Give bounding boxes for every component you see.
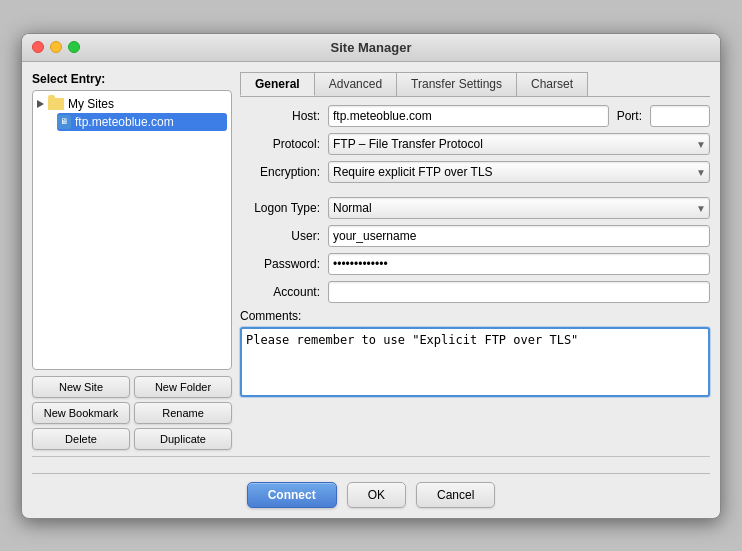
- tabs: General Advanced Transfer Settings Chars…: [240, 72, 710, 97]
- ok-button[interactable]: OK: [347, 482, 406, 508]
- tab-general[interactable]: General: [240, 72, 315, 96]
- protocol-row: Protocol: FTP – File Transfer Protocol S…: [240, 133, 710, 155]
- site-icon: 🖥: [57, 115, 71, 129]
- host-port-row: Port:: [328, 105, 710, 127]
- logon-type-label: Logon Type:: [240, 201, 320, 215]
- encryption-label: Encryption:: [240, 165, 320, 179]
- password-row: Password:: [240, 253, 710, 275]
- logon-type-select[interactable]: Normal Anonymous Ask for password Intera…: [328, 197, 710, 219]
- maximize-button[interactable]: [68, 41, 80, 53]
- port-input[interactable]: [650, 105, 710, 127]
- connect-button[interactable]: Connect: [247, 482, 337, 508]
- tree-site-label: ftp.meteoblue.com: [75, 115, 174, 129]
- minimize-button[interactable]: [50, 41, 62, 53]
- tree-root-item[interactable]: My Sites: [37, 95, 227, 113]
- account-label: Account:: [240, 285, 320, 299]
- port-label: Port:: [617, 109, 642, 123]
- window-controls: [32, 41, 80, 53]
- cancel-button[interactable]: Cancel: [416, 482, 495, 508]
- delete-button[interactable]: Delete: [32, 428, 130, 450]
- encryption-row: Encryption: Require explicit FTP over TL…: [240, 161, 710, 183]
- tab-transfer-settings[interactable]: Transfer Settings: [396, 72, 517, 96]
- logon-type-select-wrap: Normal Anonymous Ask for password Intera…: [328, 197, 710, 219]
- account-row: Account:: [240, 281, 710, 303]
- comments-section: Comments: Please remember to use "Explic…: [240, 309, 710, 400]
- tree-root-label: My Sites: [68, 97, 114, 111]
- comments-label: Comments:: [240, 309, 710, 323]
- left-panel: Select Entry: My Sites 🖥 ftp.meteoblue.c…: [32, 72, 232, 450]
- protocol-label: Protocol:: [240, 137, 320, 151]
- account-input[interactable]: [328, 281, 710, 303]
- tree-child-container: 🖥 ftp.meteoblue.com: [57, 113, 227, 131]
- content-area: Select Entry: My Sites 🖥 ftp.meteoblue.c…: [22, 62, 720, 518]
- divider: [32, 456, 710, 457]
- password-input[interactable]: [328, 253, 710, 275]
- host-label: Host:: [240, 109, 320, 123]
- site-manager-window: Site Manager Select Entry: My Sites 🖥 ft: [21, 33, 721, 519]
- user-input[interactable]: [328, 225, 710, 247]
- logon-type-row: Logon Type: Normal Anonymous Ask for pas…: [240, 197, 710, 219]
- titlebar: Site Manager: [22, 34, 720, 62]
- folder-icon: [48, 98, 64, 110]
- user-row: User:: [240, 225, 710, 247]
- host-input[interactable]: [328, 105, 609, 127]
- new-site-button[interactable]: New Site: [32, 376, 130, 398]
- select-entry-label: Select Entry:: [32, 72, 232, 86]
- protocol-select-wrap: FTP – File Transfer Protocol SFTP FTPS ▼: [328, 133, 710, 155]
- user-label: User:: [240, 229, 320, 243]
- tab-charset[interactable]: Charset: [516, 72, 588, 96]
- new-folder-button[interactable]: New Folder: [134, 376, 232, 398]
- encryption-select[interactable]: Require explicit FTP over TLS Plain FTP …: [328, 161, 710, 183]
- comments-textarea[interactable]: Please remember to use "Explicit FTP ove…: [240, 327, 710, 397]
- tab-advanced[interactable]: Advanced: [314, 72, 397, 96]
- close-button[interactable]: [32, 41, 44, 53]
- tree-site-item[interactable]: 🖥 ftp.meteoblue.com: [57, 113, 227, 131]
- protocol-select[interactable]: FTP – File Transfer Protocol SFTP FTPS: [328, 133, 710, 155]
- bottom-bar: Connect OK Cancel: [32, 473, 710, 508]
- new-bookmark-button[interactable]: New Bookmark: [32, 402, 130, 424]
- duplicate-button[interactable]: Duplicate: [134, 428, 232, 450]
- encryption-select-wrap: Require explicit FTP over TLS Plain FTP …: [328, 161, 710, 183]
- left-buttons: New Site New Folder New Bookmark Rename …: [32, 376, 232, 450]
- rename-button[interactable]: Rename: [134, 402, 232, 424]
- window-title: Site Manager: [331, 40, 412, 55]
- password-label: Password:: [240, 257, 320, 271]
- right-panel: General Advanced Transfer Settings Chars…: [240, 72, 710, 450]
- site-tree[interactable]: My Sites 🖥 ftp.meteoblue.com: [32, 90, 232, 370]
- host-row: Host: Port:: [240, 105, 710, 127]
- expand-triangle-icon: [37, 100, 44, 108]
- main-area: Select Entry: My Sites 🖥 ftp.meteoblue.c…: [32, 72, 710, 450]
